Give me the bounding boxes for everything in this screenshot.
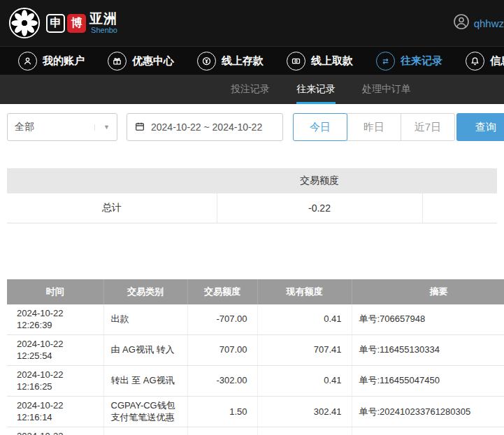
nav-item-my-account[interactable]: 我的账户 [18, 52, 85, 71]
user-avatar-icon [453, 13, 470, 33]
tab-transaction-records[interactable]: 往来记录 [296, 75, 336, 104]
bell-icon [466, 52, 484, 71]
logo-subtitle: Shenbo [91, 26, 117, 34]
table-row: 2024-10-22 12:16:14 CGPAY-CG钱包支付笔笔送优惠 1.… [7, 396, 504, 427]
cell-time: 2024-10-22 12:16:25 [7, 365, 103, 396]
cell-balance: 707.41 [257, 334, 352, 365]
main-navigation: 我的账户 优惠中心 线上存款 线上取款 [0, 46, 504, 75]
nav-label: 线上存款 [222, 54, 264, 68]
column-header-balance: 现有额度 [257, 279, 352, 304]
cell-summary: 单号:116455130334 [352, 334, 504, 365]
table-row: 2024-10-22 12:26:39 出款 -707.00 0.41 单号:7… [7, 304, 504, 335]
summary-header-spacer [7, 168, 217, 193]
logo-asia-text: 亚洲 [89, 12, 117, 26]
nav-label: 我的账户 [43, 54, 85, 68]
cell-type: 出款 [103, 304, 187, 335]
nav-label: 往来记录 [401, 54, 442, 68]
column-header-summary: 摘要 [352, 279, 504, 304]
logo-shen-box: 申 [46, 14, 65, 33]
nav-item-messages[interactable]: 信息 [466, 52, 504, 71]
nav-item-promotions[interactable]: 优惠中心 [108, 52, 174, 71]
type-filter-value: 全部 [15, 121, 34, 133]
cell-balance: 0.41 [257, 365, 352, 396]
nav-label: 信息 [490, 54, 504, 68]
summary-header-row: 交易额度 [7, 168, 497, 193]
cell-balance: 300.91 [257, 427, 352, 435]
summary-total-value: -0.22 [217, 193, 422, 223]
summary-header-amount: 交易额度 [217, 168, 422, 193]
last7days-button[interactable]: 近7日 [401, 113, 455, 141]
top-header: 申 博 亚洲 Shenbo qhhwz [0, 0, 504, 46]
column-header-time: 时间 [7, 279, 103, 304]
cell-type: CGPAY支付 [103, 427, 187, 435]
summary-table: 交易额度 总计 -0.22 [7, 168, 497, 223]
column-header-amount: 交易额度 [187, 279, 257, 304]
nav-item-online-withdraw[interactable]: 线上取款 [287, 52, 353, 71]
record-tabs: 投注记录 往来记录 处理中订单 [0, 75, 504, 104]
user-account[interactable]: qhhwz [453, 13, 504, 33]
nav-label: 线上取款 [311, 54, 353, 68]
deposit-coin-icon [197, 52, 216, 71]
cell-amount: 707.00 [187, 334, 257, 365]
nav-item-transaction-records[interactable]: 往来记录 [376, 52, 442, 71]
cell-time: 2024-10-22 12:25:54 [7, 334, 103, 365]
cell-time: 2024-10-22 12:16:14 [7, 427, 103, 435]
filter-bar: 全部 ▼ 2024-10-22 ~ 2024-10-22 今日 昨日 近7日 查… [0, 104, 504, 150]
user-icon [18, 52, 37, 71]
tab-betting-records[interactable]: 投注记录 [231, 75, 270, 104]
today-button[interactable]: 今日 [293, 113, 347, 141]
cell-type: 转出 至 AG视讯 [103, 365, 187, 396]
cell-amount: 1.50 [187, 396, 257, 427]
records-header-row: 时间 交易类别 交易额度 现有额度 摘要 [7, 279, 504, 304]
query-button[interactable]: 查询 [456, 113, 504, 141]
records-table: 时间 交易类别 交易额度 现有额度 摘要 2024-10-22 12:26:39… [7, 279, 504, 435]
yesterday-button[interactable]: 昨日 [347, 113, 401, 141]
cell-summary: 单号:706657948 [352, 304, 504, 335]
cell-amount: 300.00 [187, 427, 257, 435]
summary-empty-cell [422, 193, 497, 223]
nav-item-online-deposit[interactable]: 线上存款 [197, 52, 264, 71]
logo-wordmark: 亚洲 Shenbo [89, 12, 117, 34]
summary-header-spacer [422, 168, 497, 193]
date-range-input[interactable]: 2024-10-22 ~ 2024-10-22 [127, 113, 283, 141]
column-header-type: 交易类别 [103, 279, 187, 304]
cell-summary: 单号:202410233761280305 [352, 396, 504, 427]
calendar-icon [134, 121, 145, 134]
cell-amount: -302.00 [187, 365, 257, 396]
transfer-arrows-icon [376, 52, 395, 71]
username-text: qhhwz [474, 17, 504, 29]
date-shortcut-group: 今日 昨日 近7日 [293, 113, 455, 141]
cell-balance: 0.41 [257, 304, 352, 335]
table-row: 2024-10-22 12:16:14 CGPAY支付 300.00 300.9… [7, 427, 504, 435]
cell-amount: -707.00 [187, 304, 257, 335]
date-range-value: 2024-10-22 ~ 2024-10-22 [151, 121, 262, 133]
cell-time: 2024-10-22 12:16:14 [7, 396, 103, 427]
nav-label: 优惠中心 [132, 54, 174, 68]
tab-processing-orders[interactable]: 处理中订单 [362, 75, 411, 104]
type-filter-select[interactable]: 全部 ▼ [7, 113, 117, 141]
chevron-down-icon: ▼ [94, 124, 110, 131]
logo-bo-box: 博 [67, 14, 86, 33]
cell-type: 由 AG视讯 转入 [103, 334, 187, 365]
table-row: 2024-10-22 12:25:54 由 AG视讯 转入 707.00 707… [7, 334, 504, 365]
cell-summary: 单号:202410233761280305 [352, 427, 504, 435]
cell-balance: 302.41 [257, 396, 352, 427]
summary-total-row: 总计 -0.22 [7, 193, 497, 223]
withdraw-banknote-icon [287, 52, 305, 71]
table-row: 2024-10-22 12:16:25 转出 至 AG视讯 -302.00 0.… [7, 365, 504, 396]
gift-icon [108, 52, 127, 71]
cell-time: 2024-10-22 12:26:39 [7, 304, 103, 335]
lotus-flower-icon [8, 7, 41, 39]
cell-type: CGPAY-CG钱包支付笔笔送优惠 [103, 396, 187, 427]
page: 申 博 亚洲 Shenbo qhhwz [0, 0, 504, 435]
cell-summary: 单号:116455047450 [352, 365, 504, 396]
summary-total-label: 总计 [7, 193, 217, 223]
brand-logo[interactable]: 申 博 亚洲 Shenbo [8, 7, 117, 39]
